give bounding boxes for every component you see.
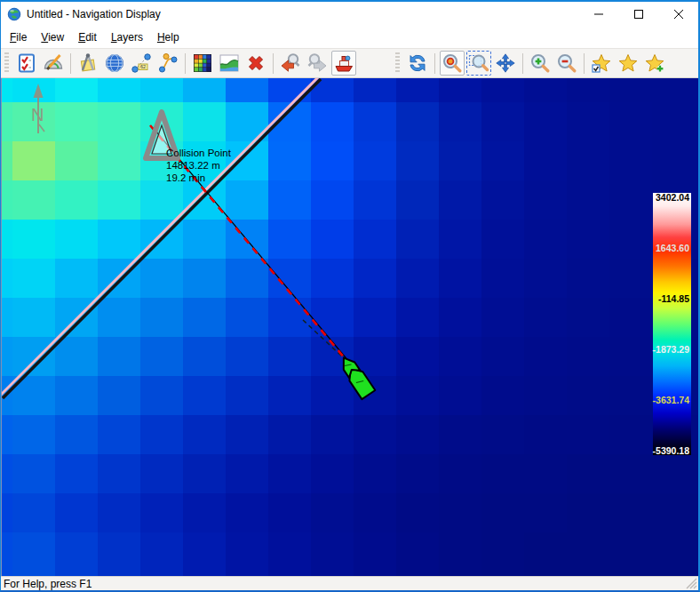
maximize-icon	[634, 10, 643, 19]
collision-time: 19.2 min	[166, 172, 205, 183]
task-list-button[interactable]	[14, 51, 39, 76]
toolbar: 62	[1, 48, 698, 78]
waypoint-path-icon	[157, 52, 179, 74]
statusbar: For Help, press F1	[1, 576, 698, 590]
map-overlay: N Collision Point 14813.22 m 19.2 min	[2, 78, 698, 576]
zoom-region-icon	[468, 52, 489, 74]
measure-icon: 62	[131, 52, 152, 74]
vessel-tracking-button[interactable]	[331, 51, 356, 76]
zoom-to-point-button[interactable]	[440, 51, 465, 76]
toolbar-separator	[185, 53, 186, 74]
view-back-button[interactable]	[278, 51, 303, 76]
favorite-add-icon	[644, 52, 665, 74]
collision-distance: 14813.22 m	[166, 160, 220, 171]
waypoint-path-button[interactable]	[155, 51, 180, 76]
manage-favorites-button[interactable]	[589, 51, 614, 76]
toolbar-separator	[584, 53, 585, 74]
menubar: FileViewEditLayersHelp	[1, 27, 698, 48]
toolbar-grip[interactable]	[4, 52, 9, 74]
menu-item-view[interactable]: View	[34, 28, 71, 46]
colorbar-label: 1643.60	[656, 243, 689, 253]
app-window: Untitled - Navigation Display FileViewEd…	[0, 0, 700, 592]
add-favorite-button[interactable]	[642, 51, 667, 76]
zoom-out-button[interactable]	[554, 51, 579, 76]
color-grid-icon	[192, 52, 213, 74]
delete-button[interactable]	[243, 51, 268, 76]
ship-icon[interactable]	[337, 354, 375, 400]
colorbar-label: 3402.04	[656, 192, 689, 203]
checklist-icon	[16, 52, 37, 74]
collision-title: Collision Point	[166, 148, 232, 158]
colorbar: 3402.041643.60-114.85-1873.29-3631.74-53…	[653, 193, 691, 455]
north-arrow-icon: N	[31, 84, 44, 133]
close-icon	[674, 10, 683, 19]
close-button[interactable]	[658, 2, 698, 27]
drafting-compass-button[interactable]	[76, 51, 100, 76]
colorbar-label: -114.85	[658, 293, 689, 304]
measure-distance-button[interactable]: 62	[129, 51, 154, 76]
toolbar-separator	[273, 53, 274, 74]
zoom-back-icon	[280, 52, 301, 74]
delete-x-icon	[245, 52, 266, 74]
menu-item-file[interactable]: File	[3, 28, 34, 46]
toolbar-separator	[70, 53, 71, 74]
zoom-forward-icon	[306, 52, 328, 74]
menu-item-layers[interactable]: Layers	[104, 28, 150, 46]
minimize-icon	[594, 10, 603, 19]
view-forward-button[interactable]	[305, 51, 330, 76]
svg-text:62: 62	[140, 64, 146, 69]
toolbar-grip-2[interactable]	[395, 52, 400, 74]
protractor-tool-button[interactable]	[41, 51, 66, 76]
toolbar-view	[405, 51, 669, 76]
window-controls	[578, 2, 698, 27]
boat-icon	[333, 52, 354, 74]
zoom-out-icon	[556, 52, 577, 74]
map-view[interactable]: N Collision Point 14813.22 m 19.2 min	[1, 78, 698, 576]
protractor-icon	[43, 52, 64, 74]
toolbar-standard: 62	[14, 51, 358, 76]
zoom-to-region-button[interactable]	[466, 51, 491, 76]
menu-item-edit[interactable]: Edit	[71, 28, 104, 46]
globe-app-icon	[7, 7, 21, 21]
favorites-button[interactable]	[616, 51, 640, 76]
window-title: Untitled - Navigation Display	[27, 8, 161, 20]
ship-track-dashes	[303, 320, 342, 356]
zoom-in-icon	[529, 52, 551, 74]
compass-icon	[77, 52, 99, 74]
toolbar-separator	[522, 53, 523, 74]
menu-item-help[interactable]: Help	[150, 28, 187, 46]
favorite-star-icon	[617, 52, 639, 74]
pan-view-button[interactable]	[493, 51, 518, 76]
globe-view-button[interactable]	[102, 51, 127, 76]
globe-icon	[104, 52, 125, 74]
north-label: N	[31, 105, 44, 124]
zoom-point-icon	[441, 52, 463, 74]
area-chart-icon	[219, 52, 240, 74]
maximize-button[interactable]	[618, 2, 658, 27]
pan-icon	[495, 52, 516, 74]
resize-grip-icon[interactable]	[686, 578, 697, 589]
colorbar-label: -1873.29	[653, 344, 689, 355]
color-palette-grid-button[interactable]	[190, 51, 215, 76]
colorbar-label: -5390.18	[653, 445, 689, 456]
refresh-button[interactable]	[405, 51, 430, 76]
titlebar: Untitled - Navigation Display	[1, 2, 698, 27]
status-text: For Help, press F1	[4, 578, 91, 590]
refresh-icon	[407, 52, 428, 74]
zoom-in-button[interactable]	[528, 51, 553, 76]
favorite-check-icon	[591, 52, 612, 74]
toolbar-separator	[434, 53, 435, 74]
minimize-button[interactable]	[578, 2, 618, 27]
colorbar-label: -3631.74	[653, 395, 689, 405]
profile-chart-button[interactable]	[217, 51, 242, 76]
